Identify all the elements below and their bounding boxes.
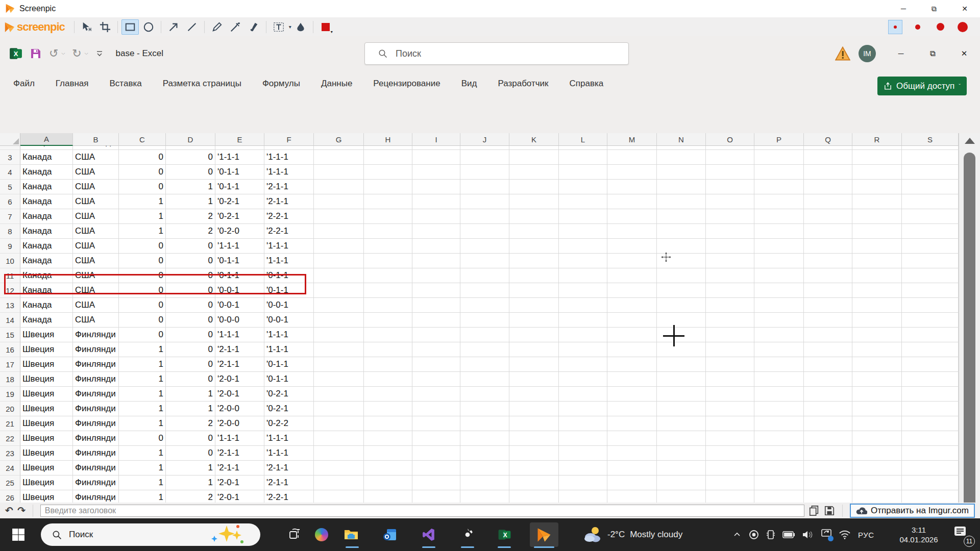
cell[interactable]: 0 (166, 254, 215, 268)
tab-Вставка[interactable]: Вставка (110, 79, 142, 89)
cell[interactable] (706, 342, 754, 357)
cell[interactable] (804, 224, 852, 239)
column-header-H[interactable]: H (364, 133, 412, 146)
row-number[interactable]: 19 (0, 387, 20, 402)
cell[interactable]: '0-1-1 (264, 357, 314, 372)
cell[interactable] (852, 180, 902, 194)
cell[interactable] (852, 475, 902, 490)
cell[interactable]: Канада (20, 254, 73, 268)
wifi-icon[interactable] (839, 531, 850, 539)
cell[interactable] (607, 268, 657, 283)
cell[interactable] (706, 180, 754, 194)
cell[interactable] (559, 446, 607, 461)
cell[interactable] (902, 283, 959, 298)
cell[interactable]: 0 (119, 254, 166, 268)
column-header-O[interactable]: O (706, 133, 754, 146)
cell[interactable] (607, 357, 657, 372)
cell[interactable] (460, 180, 509, 194)
cell[interactable] (852, 357, 902, 372)
cell[interactable] (460, 209, 509, 224)
cell[interactable] (314, 431, 364, 446)
cell[interactable] (412, 180, 460, 194)
row-number[interactable]: 9 (0, 239, 20, 254)
chevron-down-icon[interactable]: ⌵ (85, 51, 88, 56)
cell[interactable] (460, 146, 509, 150)
cell[interactable]: 1 (166, 146, 215, 150)
cell[interactable]: 0 (166, 446, 215, 461)
cell[interactable] (902, 239, 959, 254)
cell[interactable] (706, 402, 754, 416)
cell[interactable] (412, 224, 460, 239)
taskbar-search[interactable]: Поиск (41, 523, 260, 546)
cell[interactable] (754, 165, 804, 180)
cell[interactable] (804, 328, 852, 342)
copy-icon[interactable] (808, 505, 820, 516)
cell[interactable] (902, 313, 959, 328)
cell[interactable] (902, 150, 959, 165)
cell[interactable] (754, 268, 804, 283)
cell[interactable] (754, 416, 804, 431)
cell[interactable] (364, 402, 412, 416)
cell[interactable] (852, 387, 902, 402)
cell[interactable] (364, 283, 412, 298)
cell[interactable]: '1-1-1 (264, 150, 314, 165)
cell[interactable]: 0 (166, 239, 215, 254)
color-tool[interactable]: ▾ (317, 19, 334, 35)
cell[interactable]: США (73, 180, 119, 194)
cell[interactable] (706, 446, 754, 461)
cell[interactable]: 0 (166, 342, 215, 357)
undo-icon[interactable]: ↺ (49, 47, 58, 60)
cell[interactable] (314, 268, 364, 283)
cell[interactable] (460, 416, 509, 431)
cell[interactable]: Канада (20, 239, 73, 254)
cell[interactable] (902, 254, 959, 268)
cell[interactable] (412, 313, 460, 328)
cell[interactable] (902, 431, 959, 446)
row-number[interactable]: 2 (0, 146, 20, 150)
cell[interactable]: Финлянди (73, 387, 119, 402)
weather-widget[interactable]: -2°C Mostly cloudy (583, 518, 682, 551)
volume-icon[interactable] (802, 530, 814, 539)
redo-icon[interactable]: ↻ (72, 47, 81, 60)
cell[interactable]: '1-1-1 (264, 342, 314, 357)
crop-tool[interactable] (96, 19, 114, 35)
cell[interactable] (460, 328, 509, 342)
cell[interactable] (902, 194, 959, 209)
cell[interactable] (460, 357, 509, 372)
row-number[interactable]: 25 (0, 475, 20, 490)
row-number[interactable]: 18 (0, 372, 20, 387)
cell[interactable]: 1 (119, 224, 166, 239)
cell[interactable] (902, 209, 959, 224)
tab-Файл[interactable]: Файл (13, 79, 35, 89)
cell[interactable] (412, 461, 460, 475)
cell[interactable] (657, 357, 706, 372)
cell[interactable]: '0-1-1 (215, 165, 264, 180)
cell[interactable] (509, 180, 559, 194)
cell[interactable] (657, 224, 706, 239)
cell[interactable] (364, 165, 412, 180)
cell[interactable]: '1-1-1 (215, 431, 264, 446)
close-icon[interactable]: ✕ (948, 36, 980, 70)
cell[interactable]: 0 (119, 180, 166, 194)
cell[interactable] (804, 446, 852, 461)
cell[interactable] (804, 209, 852, 224)
cell[interactable]: 0 (119, 146, 166, 150)
cell[interactable] (559, 268, 607, 283)
tab-Разметка страницы[interactable]: Разметка страницы (163, 79, 241, 89)
vertical-scrollbar[interactable] (959, 133, 980, 539)
cell[interactable] (314, 402, 364, 416)
cell[interactable] (559, 165, 607, 180)
cell[interactable] (607, 431, 657, 446)
cell[interactable] (460, 342, 509, 357)
cell[interactable] (364, 239, 412, 254)
cell[interactable]: '1-1-1 (264, 254, 314, 268)
cell[interactable]: '1-1-1 (215, 150, 264, 165)
cell[interactable]: '0-0-1 (215, 298, 264, 313)
cell[interactable] (754, 180, 804, 194)
cell[interactable]: Швеция (20, 357, 73, 372)
cell[interactable] (509, 268, 559, 283)
cell[interactable] (559, 283, 607, 298)
cell[interactable] (706, 416, 754, 431)
cell[interactable] (559, 150, 607, 165)
cell[interactable]: Финлянди (73, 475, 119, 490)
